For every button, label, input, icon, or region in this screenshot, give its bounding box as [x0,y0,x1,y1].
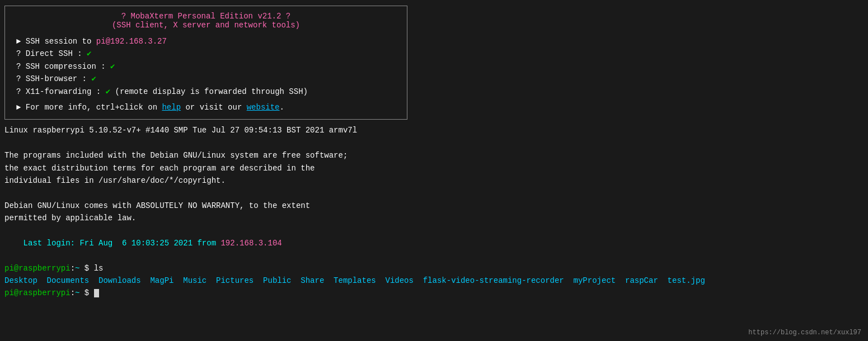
banner-more-info: ► For more info, ctrl+click on help or v… [16,101,396,113]
ls-output: Desktop Documents Downloads MagPi Music … [4,274,864,287]
system-info-line4: the exact distribution terms for each pr… [4,162,864,174]
bottom-url: https://blog.csdn.net/xuxl97 [748,329,861,337]
banner-ssh-session: ► SSH session to pi@192.168.3.27 [16,35,396,48]
help-link[interactable]: help [162,103,181,112]
banner-subtitle: (SSH client, X server and network tools) [16,21,396,30]
banner-direct-ssh: ? Direct SSH : ✔ [16,48,396,60]
terminal-cursor [94,289,99,297]
terminal-window: ? MobaXterm Personal Edition v21.2 ? (SS… [0,0,868,341]
empty-line1 [4,137,864,149]
banner-title: ? MobaXterm Personal Edition v21.2 ? [16,12,396,21]
system-info-line1: Linux raspberrypi 5.10.52-v7+ #1440 SMP … [4,124,864,136]
banner-ssh-browser: ? SSH-browser : ✔ [16,73,396,85]
banner-ssh-compression: ? SSH compression : ✔ [16,60,396,73]
banner-box: ? MobaXterm Personal Edition v21.2 ? (SS… [4,6,407,120]
website-link[interactable]: website [247,103,280,112]
system-info-line3: The programs included with the Debian GN… [4,149,864,162]
prompt-cursor[interactable]: pi@raspberrypi:~ $ [4,287,864,299]
empty-line2 [4,187,864,199]
system-info-line8: permitted by applicable law. [4,212,864,224]
system-info-line5: individual files in /usr/share/doc/*/cop… [4,174,864,187]
last-login-line: Last login: Fri Aug 6 10:03:25 2021 from… [4,224,864,262]
system-info-line7: Debian GNU/Linux comes with ABSOLUTELY N… [4,200,864,212]
banner-x11-forwarding: ? X11-forwarding : ✔ (remote display is … [16,86,396,98]
prompt-ls: pi@raspberrypi:~ $ ls [4,262,864,274]
